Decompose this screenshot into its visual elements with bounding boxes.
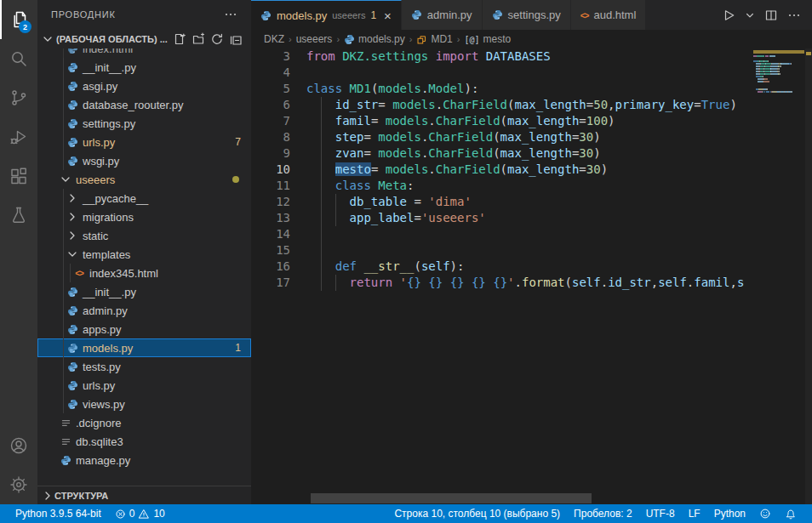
code-line-16[interactable]: 16 def __str__(self):: [251, 259, 812, 275]
activity-bar-item-settings[interactable]: [0, 465, 37, 504]
line-number: 15: [251, 242, 290, 259]
code-line-15[interactable]: 15: [251, 242, 812, 259]
breadcrumb-item-mesto[interactable]: [@] mesto: [464, 33, 511, 45]
code-line-6[interactable]: 6 id_str= models.CharField(max_length=50…: [251, 97, 812, 113]
more-actions-icon[interactable]: [787, 9, 801, 22]
code-line-12[interactable]: 12 db_table = 'dima': [251, 194, 812, 210]
code-line-9[interactable]: 9 zvan= models.CharField(max_length=30): [251, 145, 812, 162]
problems-status[interactable]: 0 10: [108, 504, 172, 523]
code-line-3[interactable]: 3from DKZ.settings import DATABASES: [251, 48, 812, 65]
activity-bar-item-explorer[interactable]: 2: [0, 0, 37, 39]
collapse-all-icon[interactable]: [229, 32, 243, 46]
cursor-position-status[interactable]: Строка 10, столбец 10 (выбрано 5): [387, 504, 567, 523]
encoding-status[interactable]: UTF-8: [639, 504, 682, 523]
tab-bar: models.py useeers 1 × admin.py settings.…: [251, 0, 812, 30]
new-folder-icon[interactable]: [192, 32, 205, 46]
close-icon[interactable]: ×: [384, 9, 392, 22]
activity-bar-item-run-debug[interactable]: [0, 117, 37, 156]
code-line-11[interactable]: 11 class Meta:: [251, 178, 812, 194]
sidebar-more-actions-icon[interactable]: [224, 8, 237, 21]
activity-bar-item-source-control[interactable]: [0, 78, 37, 117]
python-interpreter-status[interactable]: Python 3.9.5 64-bit: [9, 504, 108, 523]
tree-item-label: templates: [83, 248, 130, 261]
tree-item-settings-py[interactable]: settings.py: [37, 114, 251, 133]
run-button[interactable]: [722, 9, 735, 22]
tree-item-templates[interactable]: templates: [37, 245, 251, 264]
horizontal-scrollbar[interactable]: [311, 493, 592, 503]
tab-settings-py[interactable]: settings.py: [483, 0, 571, 30]
run-dropdown-chevron-icon[interactable]: [745, 10, 755, 20]
code-line-8[interactable]: 8 step= models.CharField(max_length=30): [251, 129, 812, 145]
tree-item-index345-html[interactable]: <>index345.html: [37, 264, 251, 282]
indentation-status[interactable]: Пробелов: 2: [567, 504, 639, 523]
editor-group: models.py useeers 1 × admin.py settings.…: [251, 0, 812, 504]
python-icon: [65, 118, 80, 129]
config-icon: [58, 418, 73, 429]
minimap[interactable]: [753, 50, 804, 94]
tree-item-views-py[interactable]: views.py: [37, 395, 251, 413]
code-line-5[interactable]: 5class MD1(models.Model):: [251, 81, 812, 97]
tree-item-apps-py[interactable]: apps.py: [37, 320, 251, 338]
new-file-icon[interactable]: [173, 32, 186, 46]
tree-item-asgi-py[interactable]: asgi.py: [37, 77, 251, 95]
tab-models-py[interactable]: models.py useeers 1 ×: [251, 0, 402, 30]
tree-item--init-py[interactable]: __init__.py: [37, 282, 251, 301]
feedback-icon[interactable]: [752, 504, 778, 523]
tree-item--pycache-[interactable]: __pycache__: [37, 189, 251, 207]
tree-item-manage-py[interactable]: manage.py: [37, 451, 251, 469]
breadcrumb-item-models-py[interactable]: models.py: [344, 33, 405, 45]
html-icon: <>: [71, 269, 87, 278]
problems-count-badge: 1: [235, 342, 241, 354]
code-line-10[interactable]: 10 mesto= models.CharField(max_length=30…: [251, 162, 812, 178]
code-line-17[interactable]: 17 return '{} {} {} {} {}'.format(self.i…: [251, 275, 812, 291]
tree-item-index-html[interactable]: index.html: [37, 48, 251, 58]
outline-section-header[interactable]: СТРУКТУРА: [37, 486, 251, 504]
activity-bar-item-extensions[interactable]: [0, 156, 37, 196]
language-mode-status[interactable]: Python: [707, 504, 752, 523]
warning-icon: [138, 509, 150, 520]
tree-item-urls-py[interactable]: urls.py: [37, 376, 251, 395]
python-icon: [65, 99, 80, 111]
activity-bar-item-testing[interactable]: [0, 196, 37, 235]
code-editor[interactable]: 3from DKZ.settings import DATABASES45cla…: [251, 48, 812, 504]
tree-item-urls-py[interactable]: urls.py7: [37, 133, 251, 151]
tree-item-label: manage.py: [76, 454, 130, 467]
chevron-right-icon: [65, 191, 80, 205]
code-line-14[interactable]: 14: [251, 226, 812, 242]
tree-item-database-roouter-py[interactable]: database_roouter.py: [37, 95, 251, 114]
tree-item-migrations[interactable]: migrations: [37, 207, 251, 226]
code-line-13[interactable]: 13 app_label='useeers': [251, 210, 812, 226]
breadcrumb-item-useeers[interactable]: useeers: [296, 33, 333, 45]
breadcrumb: DKZ › useeers › models.py › MD1 › [@] me…: [251, 30, 812, 48]
split-editor-button[interactable]: [764, 9, 778, 22]
breadcrumb-item-md1[interactable]: MD1: [416, 33, 452, 45]
tree-item-tests-py[interactable]: tests.py: [37, 357, 251, 376]
code-line-7[interactable]: 7 famil= models.CharField(max_length=100…: [251, 113, 812, 129]
tree-item-models-py[interactable]: models.py1: [37, 338, 251, 357]
tree-item-useeers[interactable]: useeers: [37, 170, 251, 189]
tab-admin-py[interactable]: admin.py: [402, 0, 483, 30]
python-icon: [65, 62, 80, 73]
workspace-section-label: (РАБОЧАЯ ОБЛАСТЬ) ...: [56, 34, 168, 44]
explorer-sidebar: ПРОВОДНИК (РАБОЧАЯ ОБЛАСТЬ) ... index.ht…: [37, 0, 251, 504]
tree-item-db-sqlite3[interactable]: db.sqlite3: [37, 432, 251, 451]
tree-item-label: __pycache__: [83, 192, 148, 205]
tree-item--init-py[interactable]: __init__.py: [37, 58, 251, 77]
tab-aud-html[interactable]: <> aud.html: [571, 0, 647, 30]
tree-item-label: __init__.py: [83, 61, 136, 74]
tree-item--dcignore[interactable]: .dcignore: [37, 413, 251, 432]
tree-item-static[interactable]: static: [37, 226, 251, 245]
refresh-icon[interactable]: [210, 32, 224, 46]
activity-bar-item-search[interactable]: [0, 39, 37, 78]
python-icon: [411, 9, 422, 20]
workspace-section-header[interactable]: (РАБОЧАЯ ОБЛАСТЬ) ...: [37, 29, 251, 48]
tab-problems-badge: 1: [370, 9, 376, 21]
code-line-4[interactable]: 4: [251, 65, 812, 81]
activity-bar-item-account[interactable]: [0, 426, 37, 465]
tree-item-wsgi-py[interactable]: wsgi.py: [37, 151, 251, 170]
notifications-bell-icon[interactable]: [778, 504, 803, 523]
breadcrumb-item-dkz[interactable]: DKZ: [264, 33, 284, 45]
tree-item-label: tests.py: [83, 361, 121, 373]
tree-item-admin-py[interactable]: admin.py: [37, 301, 251, 320]
eol-status[interactable]: LF: [682, 504, 707, 523]
